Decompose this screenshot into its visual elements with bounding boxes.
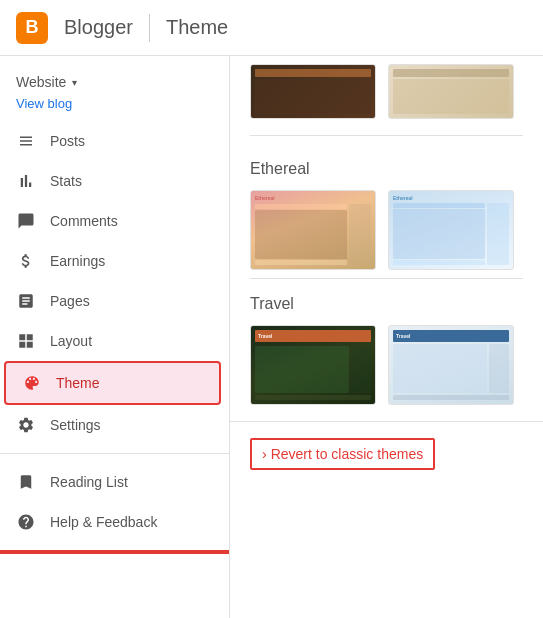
sidebar-item-pages[interactable]: Pages [0, 281, 221, 321]
header-divider [149, 14, 150, 42]
sidebar-item-label: Layout [50, 333, 92, 349]
theme-icon [22, 373, 42, 393]
sidebar-item-label: Stats [50, 173, 82, 189]
earnings-icon [16, 251, 36, 271]
sidebar-item-comments[interactable]: Comments [0, 201, 221, 241]
sidebar-item-earnings[interactable]: Earnings [0, 241, 221, 281]
section-title: Travel [250, 295, 523, 313]
comments-icon [16, 211, 36, 231]
theme-grid: Travel Travel [250, 325, 523, 405]
website-section[interactable]: Website ▾ [0, 64, 229, 94]
section-divider [250, 135, 523, 136]
layout-icon [16, 331, 36, 351]
revert-label: Revert to classic themes [271, 446, 424, 462]
app-header: B Blogger Theme [0, 0, 543, 56]
travel-section: Travel Travel Travel [230, 279, 543, 413]
bottom-accent-bar [0, 550, 229, 554]
sidebar-item-label: Settings [50, 417, 101, 433]
settings-icon [16, 415, 36, 435]
sidebar-item-stats[interactable]: Stats [0, 161, 221, 201]
theme-card[interactable]: Ethereal [250, 190, 376, 270]
sidebar-item-help[interactable]: Help & Feedback [0, 502, 221, 542]
app-name: Blogger [64, 16, 133, 39]
sidebar-item-layout[interactable]: Layout [0, 321, 221, 361]
theme-card[interactable]: Ethereal [388, 190, 514, 270]
chevron-down-icon: ▾ [72, 77, 77, 88]
body-container: Website ▾ View blog Posts Stats Comments [0, 56, 543, 618]
theme-card[interactable] [388, 64, 514, 119]
sidebar-item-settings[interactable]: Settings [0, 405, 221, 445]
sidebar-item-label: Reading List [50, 474, 128, 490]
sidebar: Website ▾ View blog Posts Stats Comments [0, 56, 230, 618]
theme-card[interactable]: Travel [250, 325, 376, 405]
reading-list-icon [16, 472, 36, 492]
nav-divider [0, 453, 229, 454]
theme-card[interactable] [250, 64, 376, 119]
revert-section: › Revert to classic themes [230, 421, 543, 486]
sidebar-item-label: Theme [56, 375, 100, 391]
stats-icon [16, 171, 36, 191]
main-content: Ethereal Ethereal Et [230, 56, 543, 618]
sidebar-item-theme[interactable]: Theme [4, 361, 221, 405]
theme-grid: Ethereal Ethereal [250, 190, 523, 270]
posts-icon [16, 131, 36, 151]
theme-card[interactable]: Travel [388, 325, 514, 405]
sidebar-item-posts[interactable]: Posts [0, 121, 221, 161]
section-title: Ethereal [250, 160, 523, 178]
top-partial-section [230, 56, 543, 127]
blogger-logo: B [16, 12, 48, 44]
sidebar-item-label: Help & Feedback [50, 514, 157, 530]
pages-icon [16, 291, 36, 311]
sidebar-item-reading-list[interactable]: Reading List [0, 462, 221, 502]
sidebar-item-label: Posts [50, 133, 85, 149]
ethereal-section: Ethereal Ethereal Et [230, 144, 543, 278]
header-page-title: Theme [166, 16, 228, 39]
view-blog-link[interactable]: View blog [0, 94, 229, 121]
sidebar-item-label: Pages [50, 293, 90, 309]
revert-arrow-icon: › [262, 446, 267, 462]
sidebar-item-label: Earnings [50, 253, 105, 269]
help-icon [16, 512, 36, 532]
website-label: Website [16, 74, 66, 90]
revert-link[interactable]: › Revert to classic themes [250, 438, 435, 470]
sidebar-item-label: Comments [50, 213, 118, 229]
